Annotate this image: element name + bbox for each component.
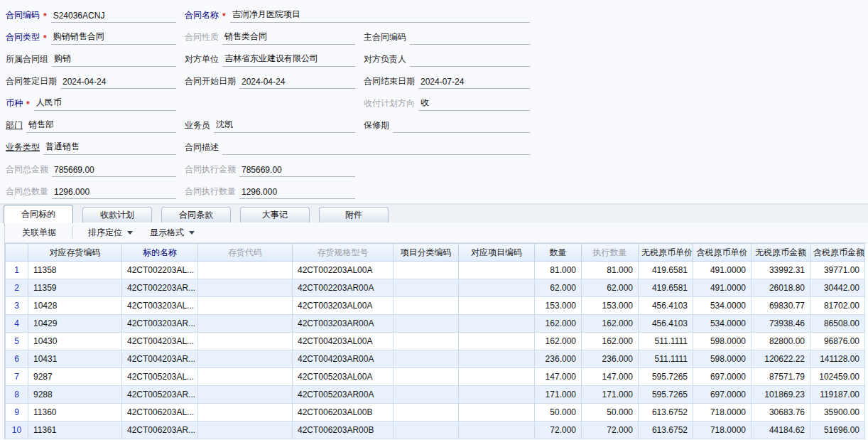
price-with-tax-cell[interactable]: 534.0000 [693,297,752,315]
exec-quantity-cell[interactable]: 236.000 [582,350,639,368]
warranty-input[interactable] [393,131,530,133]
subject-name-cell[interactable]: 42CT006203AR... [122,422,198,439]
currency-input[interactable]: 人民币 [34,97,176,111]
amount-with-tax-cell[interactable]: 81702.00 [810,297,865,315]
salesperson-input[interactable]: 沈凯 [214,119,355,133]
stock-code-cell[interactable] [198,386,293,404]
inventory-code-cell[interactable]: 9287 [28,368,122,386]
exec-quantity-header[interactable]: 执行数量 [582,244,639,262]
row-number-cell[interactable]: 5 [6,333,28,350]
price-no-tax-cell[interactable]: 419.6581 [639,279,693,297]
row-number-cell[interactable]: 10 [6,422,28,439]
amount-with-tax-cell[interactable]: 35900.00 [810,404,865,422]
row-number-cell[interactable]: 4 [6,315,28,333]
subject-name-cell[interactable]: 42CT005203AR... [122,386,198,404]
project-class-code-cell[interactable] [394,368,459,386]
inventory-code-cell[interactable]: 10429 [28,315,122,333]
amount-with-tax-cell[interactable]: 86508.00 [810,315,865,333]
amount-no-tax-header[interactable]: 无税原币金额 [752,244,810,262]
price-with-tax-cell[interactable]: 697.0000 [693,368,752,386]
price-with-tax-cell[interactable]: 598.0000 [693,333,752,350]
spec-model-cell[interactable]: 42CT005203AL00A [293,368,394,386]
row-number-cell[interactable]: 9 [6,404,28,422]
quantity-cell[interactable]: 50.000 [535,404,582,422]
business-type-label[interactable]: 业务类型 [6,141,43,155]
spec-model-cell[interactable]: 42CT006203AR00B [293,422,394,439]
project-class-code-cell[interactable] [394,386,459,404]
exec-quantity-cell[interactable]: 162.000 [582,333,639,350]
spec-model-cell[interactable]: 42CT006203AL00B [293,404,394,422]
quantity-cell[interactable]: 236.000 [535,350,582,368]
price-with-tax-cell[interactable]: 534.0000 [693,315,752,333]
amount-no-tax-cell[interactable]: 33992.31 [752,262,810,279]
project-class-code-cell[interactable] [394,262,459,279]
amount-no-tax-cell[interactable]: 69830.77 [752,297,810,315]
tab-major-events[interactable]: 大事记 [240,207,310,222]
project-class-code-cell[interactable] [394,350,459,368]
amount-with-tax-cell[interactable]: 51696.00 [810,422,865,439]
spec-model-cell[interactable]: 42CT002203AR00A [293,279,394,297]
spec-model-cell[interactable]: 42CT003203AR00A [293,315,394,333]
row-number-cell[interactable]: 6 [6,350,28,368]
amount-no-tax-cell[interactable]: 101869.23 [752,386,810,404]
project-class-code-cell[interactable] [394,297,459,315]
subject-name-cell[interactable]: 42CT003203AR... [122,315,198,333]
stock-code-cell[interactable] [198,333,293,350]
exec-quantity-cell[interactable]: 62.000 [582,279,639,297]
stock-code-cell[interactable] [198,297,293,315]
project-code-cell[interactable] [459,350,535,368]
exec-quantity-cell[interactable]: 162.000 [582,315,639,333]
spec-model-header[interactable]: 存货规格型号 [293,244,394,262]
inventory-code-cell[interactable]: 11359 [28,279,122,297]
project-code-cell[interactable] [459,386,535,404]
start-date-input[interactable]: 2024-04-24 [239,77,355,89]
price-no-tax-cell[interactable]: 595.7265 [639,368,693,386]
inventory-code-cell[interactable]: 10431 [28,350,122,368]
price-with-tax-cell[interactable]: 598.0000 [693,350,752,368]
stock-code-cell[interactable] [198,279,293,297]
amount-no-tax-cell[interactable]: 120622.22 [752,350,810,368]
inventory-code-cell[interactable]: 9288 [28,386,122,404]
counterparty-input[interactable]: 吉林省东业建设有限公司 [222,53,355,67]
subject-name-cell[interactable]: 42CT002203AL... [122,262,198,279]
spec-model-cell[interactable]: 42CT002203AL00A [293,262,394,279]
stock-code-cell[interactable] [198,368,293,386]
counterparty-head-input[interactable] [410,65,530,67]
price-no-tax-cell[interactable]: 613.6752 [639,404,693,422]
exec-quantity-cell[interactable]: 50.000 [582,404,639,422]
related-docs-button[interactable]: 关联单据 [13,224,65,242]
price-no-tax-cell[interactable]: 511.1111 [639,350,693,368]
subject-name-cell[interactable]: 42CT006203AL... [122,404,198,422]
contract-desc-input[interactable] [222,153,530,155]
amount-no-tax-cell[interactable]: 26018.80 [752,279,810,297]
price-no-tax-cell[interactable]: 456.4103 [639,315,693,333]
amount-with-tax-cell[interactable]: 39771.00 [810,262,865,279]
quantity-cell[interactable]: 81.000 [535,262,582,279]
stock-code-cell[interactable] [198,315,293,333]
amount-no-tax-cell[interactable]: 44184.62 [752,422,810,439]
price-with-tax-cell[interactable]: 491.0000 [693,279,752,297]
amount-with-tax-cell[interactable]: 30442.00 [810,279,865,297]
display-format-button[interactable]: 显示格式 [141,224,203,242]
price-with-tax-cell[interactable]: 718.0000 [693,404,752,422]
exec-quantity-cell[interactable]: 147.000 [582,368,639,386]
project-class-code-header[interactable]: 项目分类编码 [394,244,459,262]
spec-model-cell[interactable]: 42CT005203AR00A [293,386,394,404]
contract-name-input[interactable]: 吉润净月医院项目 [230,9,530,23]
exec-quantity-cell[interactable]: 171.000 [582,386,639,404]
project-code-cell[interactable] [459,368,535,386]
department-label[interactable]: 部门 [6,119,26,133]
price-no-tax-cell[interactable]: 595.7265 [639,386,693,404]
project-code-cell[interactable] [459,262,535,279]
inventory-code-cell[interactable]: 10428 [28,297,122,315]
amount-no-tax-cell[interactable]: 73938.46 [752,315,810,333]
amount-no-tax-cell[interactable]: 82800.00 [752,333,810,350]
stock-code-cell[interactable] [198,422,293,439]
subject-name-cell[interactable]: 42CT003203AL... [122,297,198,315]
inventory-code-cell[interactable]: 11358 [28,262,122,279]
amount-with-tax-cell[interactable]: 141128.00 [810,350,865,368]
contract-group-input[interactable]: 购销 [52,53,176,67]
row-number-cell[interactable]: 7 [6,368,28,386]
quantity-cell[interactable]: 162.000 [535,315,582,333]
amount-no-tax-cell[interactable]: 30683.76 [752,404,810,422]
